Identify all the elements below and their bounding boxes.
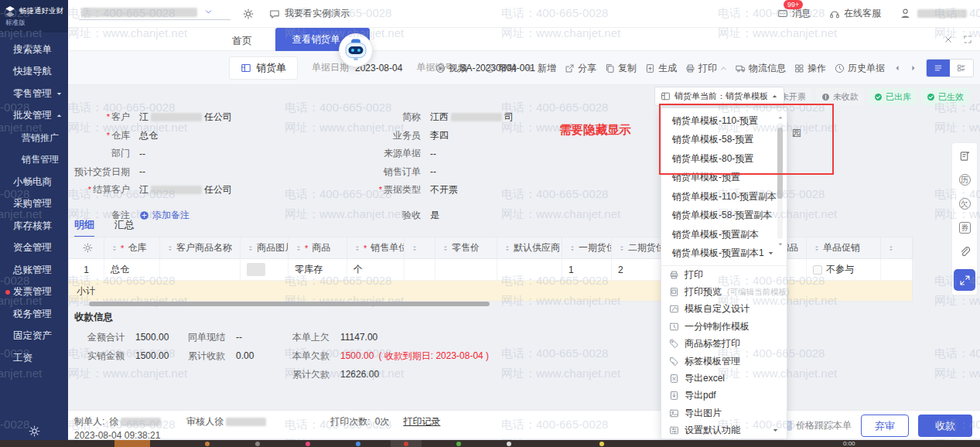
scroll-up-icon[interactable] [777,114,784,121]
column-header[interactable]: * [405,237,435,258]
sidebar-item[interactable]: 零售管理 [0,83,68,105]
help-button[interactable]: 帮助 [485,62,517,75]
close-all-tabs-icon[interactable] [944,35,953,44]
taskbar-app[interactable] [599,442,604,446]
robot-assistant-icon[interactable] [338,32,374,68]
sort-icon[interactable] [504,244,511,252]
dropdown-scrollbar[interactable] [777,114,784,247]
sidebar-item[interactable]: 搜索菜单 [0,39,68,61]
scroll-down-icon[interactable] [777,241,784,247]
scrollbar-track[interactable] [777,123,783,239]
template-option[interactable]: 销货单模板-80-预置 [661,149,787,169]
column-header[interactable]: * 商品图片 [241,237,289,258]
sort-icon[interactable] [166,244,174,252]
copy-button[interactable]: 复制 [605,62,637,75]
sort-icon[interactable] [442,244,449,252]
online-service-button[interactable]: 在线客服 [829,7,881,20]
messages-button[interactable]: 消息 99+ [777,7,811,20]
template-option[interactable]: 销货单模板-110-预置 [661,111,787,131]
add-note-link[interactable]: 添加备注 [139,209,190,222]
print-template-select[interactable]: 销货单当前：销货单模板... [654,87,784,106]
scrollbar-thumb[interactable] [777,128,783,199]
generate-button[interactable]: 生成 [645,62,677,75]
product-image-placeholder[interactable] [247,263,265,276]
sort-icon[interactable] [618,244,626,252]
tab-home[interactable]: 首页 [232,34,252,48]
demo-link[interactable]: 我要看实例演示 [269,7,350,20]
column-header[interactable]: * 仓库 [104,237,160,258]
column-header[interactable]: * 商品 [289,237,347,258]
column-header[interactable]: * 一期货位 [562,237,612,258]
template-option[interactable]: 销货单模板-预置副本 [661,225,787,244]
column-header[interactable]: * [69,237,104,258]
sidebar-item[interactable]: 税务管理 [0,303,68,326]
user-menu[interactable] [900,8,969,19]
template-option[interactable]: 销货单模板-预置 [661,169,787,188]
next-doc-button[interactable] [910,64,917,72]
taskbar-app[interactable] [306,442,310,446]
sidebar-item[interactable]: 销售管理 [0,149,68,172]
history-button[interactable]: 历史单据 [835,62,885,75]
column-header[interactable]: * 单品促销 [807,237,881,258]
column-header[interactable]: * 客户商品名称 [160,237,241,258]
sidebar-item[interactable]: 库存核算 [0,215,68,237]
template-option[interactable]: 销货单模板-58-预置 [661,131,787,150]
taskbar-app[interactable] [507,442,511,446]
share-button[interactable]: 分享 [565,62,596,75]
taskbar-app[interactable] [205,442,210,446]
column-header[interactable]: * 零售价 [435,237,497,258]
settings-gear-icon[interactable] [243,9,254,19]
video-button[interactable]: 视频 [435,62,467,75]
card-view-button[interactable] [950,60,973,77]
print-log-link[interactable]: 打印记录 [403,415,440,428]
template-option[interactable]: 销货单模板-预置副本1 [661,244,787,264]
sort-icon[interactable] [247,244,254,252]
column-header[interactable]: * 二期货位 [612,237,663,258]
column-header[interactable]: * 销售单位 [347,237,405,258]
sort-icon[interactable] [569,244,576,252]
org-selector[interactable] [79,8,230,20]
sidebar-item[interactable]: 固定资产 [0,326,68,348]
doc-type-tab[interactable]: 销货单 [229,56,298,80]
prev-doc-button[interactable] [893,64,901,72]
sidebar-item[interactable]: 批发管理 [0,105,68,128]
print-button[interactable]: 打印 [685,62,727,75]
sidebar-item[interactable]: 营销推广 [0,127,68,149]
sidebar-settings-button[interactable] [0,425,68,437]
template-option[interactable]: 销货单模板-110-预置副本 [661,187,787,206]
sidebar-item[interactable]: 发票管理 [0,282,68,304]
sort-icon[interactable] [295,244,302,252]
list-view-button[interactable] [927,60,950,77]
sidebar-item[interactable]: 总账管理 [0,259,68,282]
sort-icon[interactable] [411,244,418,252]
sort-icon[interactable] [353,244,361,252]
logistics-button[interactable]: 物流信息 [736,62,786,75]
taskbar-app[interactable] [356,442,360,446]
horizontal-scrollbar[interactable] [89,302,490,306]
taskbar-app[interactable] [114,440,150,447]
actions-button[interactable]: 操作 [794,62,826,75]
taskbar-app[interactable] [255,442,260,446]
tab-summary[interactable]: 汇总 [114,218,135,237]
template-option[interactable]: 销货单模板-58-预置副本 [661,206,787,226]
receive-payment-button[interactable]: 收款 [918,415,972,437]
sidebar-item[interactable]: 采购管理 [0,193,68,216]
sidebar-item[interactable]: 小畅电商 [0,171,68,193]
checkbox[interactable] [813,265,822,275]
column-settings-icon[interactable] [83,243,93,253]
sort-icon[interactable] [111,244,118,252]
column-header[interactable]: * 默认供应商 [497,237,562,258]
taskbar-app[interactable] [456,442,461,446]
taskbar-app[interactable] [404,442,408,446]
sidebar-item[interactable]: 工资 [0,347,68,370]
add-button[interactable]: 新增 [525,62,556,75]
tab-detail[interactable]: 明细 [74,218,94,237]
abandon-audit-button[interactable]: 弃审 [861,415,909,437]
price-track-checkbox[interactable]: 价格跟踪本单 [782,419,852,432]
sidebar-item[interactable]: 资金管理 [0,237,68,260]
sort-icon[interactable] [887,244,895,252]
sort-icon[interactable] [813,244,821,252]
column-header[interactable]: * [881,237,913,258]
os-taskbar[interactable]: 0:00 [0,440,980,447]
expand-window-icon[interactable] [963,35,972,44]
